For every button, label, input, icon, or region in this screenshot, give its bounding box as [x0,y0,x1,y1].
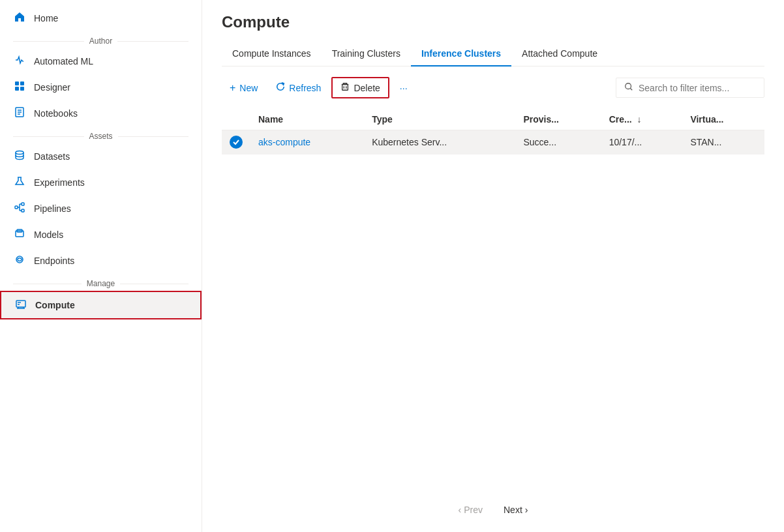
plus-icon: + [230,82,235,94]
svg-rect-0 [15,81,19,85]
tabs-bar: Compute Instances Training Clusters Infe… [222,42,764,66]
models-icon [13,228,26,241]
compute-link[interactable]: aks-compute [258,137,310,147]
section-author: Author [0,31,202,48]
tab-training-clusters[interactable]: Training Clusters [322,42,411,66]
tab-attached-compute[interactable]: Attached Compute [511,42,608,66]
sidebar-item-designer[interactable]: Designer [0,74,202,100]
row-provisioning: Succe... [515,130,601,155]
datasets-label: Datasets [34,151,70,162]
designer-label: Designer [34,82,70,93]
sidebar-item-compute[interactable]: Compute [0,291,202,319]
section-assets: Assets [0,126,202,143]
table-row[interactable]: aks-compute Kubernetes Serv... Succe... … [222,130,764,155]
row-checkbox[interactable] [222,130,250,155]
col-provisioning[interactable]: Provis... [515,109,601,130]
notebooks-label: Notebooks [34,108,78,119]
sidebar-item-pipelines[interactable]: Pipelines [0,196,202,222]
svg-rect-3 [20,87,24,91]
checked-icon [230,136,243,149]
data-table: Name Type Provis... Cre... ↓ Virtua... [222,109,764,155]
home-label: Home [34,13,58,23]
row-virtual: STAN... [682,130,764,155]
table-container: Name Type Provis... Cre... ↓ Virtua... [222,109,764,490]
svg-point-8 [16,151,23,155]
compute-label: Compute [35,300,75,310]
next-button[interactable]: Next › [496,501,535,519]
refresh-label: Refresh [289,83,321,93]
compute-icon [14,299,27,312]
col-type[interactable]: Type [364,109,515,130]
experiments-label: Experiments [34,177,85,188]
datasets-icon [13,150,26,163]
sidebar-item-datasets[interactable]: Datasets [0,143,202,170]
search-icon [624,82,633,93]
main-content: Compute Compute Instances Training Clust… [202,0,784,532]
svg-rect-20 [16,301,25,307]
prev-label: Prev [464,505,483,515]
sidebar-item-endpoints[interactable]: Endpoints [0,248,202,274]
experiments-icon [13,176,26,189]
sort-down-icon: ↓ [637,114,642,125]
row-type: Kubernetes Serv... [364,130,515,155]
next-label: Next [504,505,522,515]
tab-compute-instances[interactable]: Compute Instances [222,42,322,66]
endpoints-label: Endpoints [34,256,74,266]
page-title: Compute [222,13,764,31]
svg-rect-1 [20,81,24,85]
pagination: ‹ Prev Next › [222,501,764,519]
sidebar-item-models[interactable]: Models [0,222,202,248]
more-button[interactable]: ··· [392,79,415,97]
delete-label: Delete [354,83,380,93]
next-chevron-icon: › [525,505,528,515]
prev-chevron-icon: ‹ [459,505,462,515]
models-label: Models [34,229,63,240]
section-manage: Manage [0,274,202,291]
col-name[interactable]: Name [250,109,364,130]
svg-rect-26 [342,85,348,91]
sidebar-item-experiments[interactable]: Experiments [0,170,202,196]
refresh-icon [276,82,285,93]
new-label: New [239,83,258,93]
row-name[interactable]: aks-compute [250,130,364,155]
sidebar: Home Author Automated ML Designer Notebo… [0,0,202,532]
automated-ml-label: Automated ML [34,56,93,66]
toolbar: + New Refresh Delete ··· [222,77,764,98]
svg-rect-2 [15,87,19,91]
more-icon: ··· [400,83,408,93]
search-input[interactable] [639,83,756,93]
automated-ml-icon [13,55,26,68]
tab-inference-clusters[interactable]: Inference Clusters [411,42,511,66]
search-box[interactable] [616,78,764,98]
sidebar-item-automated-ml[interactable]: Automated ML [0,48,202,74]
pipelines-icon [13,202,26,215]
col-virtual[interactable]: Virtua... [682,109,764,130]
delete-icon [340,82,350,93]
designer-icon [13,81,26,94]
endpoints-icon [13,254,26,267]
svg-line-30 [630,88,632,90]
delete-button[interactable]: Delete [331,77,389,98]
new-button[interactable]: + New [222,78,265,98]
sidebar-item-home[interactable]: Home [0,5,202,31]
svg-rect-11 [22,203,24,205]
row-created: 10/17/... [601,130,683,155]
sidebar-item-notebooks[interactable]: Notebooks [0,100,202,126]
pipelines-label: Pipelines [34,203,71,214]
col-select [222,109,250,130]
table-header-row: Name Type Provis... Cre... ↓ Virtua... [222,109,764,130]
home-icon [13,12,26,25]
svg-rect-10 [15,206,18,209]
col-created[interactable]: Cre... ↓ [601,109,683,130]
refresh-button[interactable]: Refresh [268,78,329,97]
notebooks-icon [13,107,26,120]
svg-rect-12 [22,209,24,212]
prev-button[interactable]: ‹ Prev [451,501,490,519]
